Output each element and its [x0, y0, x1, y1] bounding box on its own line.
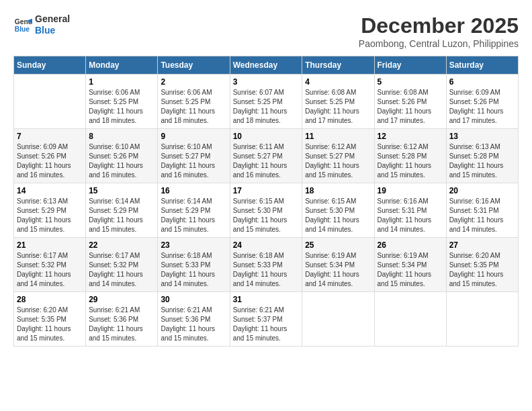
- day-number: 23: [161, 240, 226, 250]
- day-info: Sunrise: 6:11 AMSunset: 5:27 PMDaylight:…: [233, 142, 300, 180]
- logo-line2: Blue: [35, 25, 70, 36]
- weekday-header-monday: Monday: [86, 56, 158, 75]
- day-info: Sunrise: 6:13 AMSunset: 5:29 PMDaylight:…: [17, 197, 83, 234]
- day-info: Sunrise: 6:20 AMSunset: 5:35 PMDaylight:…: [449, 251, 515, 289]
- day-number: 19: [378, 186, 443, 195]
- day-info: Sunrise: 6:08 AMSunset: 5:25 PMDaylight:…: [305, 88, 371, 126]
- calendar-cell: 7Sunrise: 6:09 AMSunset: 5:26 PMDaylight…: [14, 129, 86, 183]
- day-info: Sunrise: 6:17 AMSunset: 5:32 PMDaylight:…: [17, 251, 83, 289]
- calendar-cell: 26Sunrise: 6:19 AMSunset: 5:34 PMDayligh…: [374, 238, 446, 292]
- logo-icon: General Blue: [13, 15, 32, 34]
- calendar-cell: 16Sunrise: 6:14 AMSunset: 5:29 PMDayligh…: [158, 183, 230, 238]
- day-info: Sunrise: 6:13 AMSunset: 5:28 PMDaylight:…: [449, 142, 515, 180]
- day-number: 3: [233, 77, 300, 87]
- calendar-cell: 22Sunrise: 6:17 AMSunset: 5:32 PMDayligh…: [86, 238, 158, 292]
- day-info: Sunrise: 6:21 AMSunset: 5:37 PMDaylight:…: [233, 306, 300, 343]
- day-info: Sunrise: 6:17 AMSunset: 5:32 PMDaylight:…: [89, 251, 154, 289]
- day-number: 20: [449, 186, 515, 195]
- calendar-cell: 10Sunrise: 6:11 AMSunset: 5:27 PMDayligh…: [230, 129, 302, 183]
- calendar-cell: [446, 292, 518, 347]
- month-title: December 2025: [359, 13, 519, 38]
- calendar-cell: 9Sunrise: 6:10 AMSunset: 5:27 PMDaylight…: [158, 129, 230, 183]
- day-info: Sunrise: 6:16 AMSunset: 5:31 PMDaylight:…: [378, 197, 443, 234]
- day-number: 31: [233, 295, 300, 304]
- calendar-cell: 24Sunrise: 6:18 AMSunset: 5:33 PMDayligh…: [230, 238, 302, 292]
- calendar-cell: 12Sunrise: 6:12 AMSunset: 5:28 PMDayligh…: [374, 129, 446, 183]
- calendar-cell: 3Sunrise: 6:07 AMSunset: 5:25 PMDaylight…: [230, 75, 302, 129]
- day-number: 25: [305, 240, 371, 250]
- calendar-cell: 28Sunrise: 6:20 AMSunset: 5:35 PMDayligh…: [14, 292, 86, 347]
- day-number: 11: [305, 132, 371, 141]
- day-number: 12: [378, 132, 443, 141]
- calendar-week-1: 1Sunrise: 6:06 AMSunset: 5:25 PMDaylight…: [14, 75, 519, 129]
- calendar-cell: 17Sunrise: 6:15 AMSunset: 5:30 PMDayligh…: [230, 183, 302, 238]
- calendar-cell: 11Sunrise: 6:12 AMSunset: 5:27 PMDayligh…: [302, 129, 374, 183]
- day-number: 21: [17, 240, 83, 250]
- day-number: 17: [233, 186, 300, 195]
- calendar-week-2: 7Sunrise: 6:09 AMSunset: 5:26 PMDaylight…: [14, 129, 519, 183]
- day-number: 18: [305, 186, 371, 195]
- day-info: Sunrise: 6:21 AMSunset: 5:36 PMDaylight:…: [161, 306, 226, 343]
- day-info: Sunrise: 6:08 AMSunset: 5:26 PMDaylight:…: [378, 88, 443, 126]
- location: Paombong, Central Luzon, Philippines: [359, 38, 519, 49]
- calendar-cell: 29Sunrise: 6:21 AMSunset: 5:36 PMDayligh…: [86, 292, 158, 347]
- calendar-cell: 8Sunrise: 6:10 AMSunset: 5:26 PMDaylight…: [86, 129, 158, 183]
- svg-text:Blue: Blue: [15, 26, 30, 33]
- weekday-header-thursday: Thursday: [302, 56, 374, 75]
- calendar-cell: 18Sunrise: 6:15 AMSunset: 5:30 PMDayligh…: [302, 183, 374, 238]
- weekday-header-friday: Friday: [374, 56, 446, 75]
- calendar-cell: [302, 292, 374, 347]
- calendar-week-3: 14Sunrise: 6:13 AMSunset: 5:29 PMDayligh…: [14, 183, 519, 238]
- day-number: 8: [89, 132, 154, 141]
- day-info: Sunrise: 6:09 AMSunset: 5:26 PMDaylight:…: [449, 88, 515, 126]
- logo: General Blue General Blue: [13, 13, 70, 36]
- calendar-cell: 4Sunrise: 6:08 AMSunset: 5:25 PMDaylight…: [302, 75, 374, 129]
- day-info: Sunrise: 6:21 AMSunset: 5:36 PMDaylight:…: [89, 306, 154, 343]
- day-info: Sunrise: 6:06 AMSunset: 5:25 PMDaylight:…: [161, 88, 226, 126]
- day-number: 28: [17, 295, 83, 304]
- calendar-body: 1Sunrise: 6:06 AMSunset: 5:25 PMDaylight…: [14, 75, 519, 347]
- calendar-cell: 25Sunrise: 6:19 AMSunset: 5:34 PMDayligh…: [302, 238, 374, 292]
- calendar-cell: 5Sunrise: 6:08 AMSunset: 5:26 PMDaylight…: [374, 75, 446, 129]
- day-info: Sunrise: 6:09 AMSunset: 5:26 PMDaylight:…: [17, 142, 83, 180]
- day-info: Sunrise: 6:12 AMSunset: 5:27 PMDaylight:…: [305, 142, 371, 180]
- calendar-cell: 1Sunrise: 6:06 AMSunset: 5:25 PMDaylight…: [86, 75, 158, 129]
- calendar-cell: 23Sunrise: 6:18 AMSunset: 5:33 PMDayligh…: [158, 238, 230, 292]
- calendar-cell: 6Sunrise: 6:09 AMSunset: 5:26 PMDaylight…: [446, 75, 518, 129]
- weekday-header-saturday: Saturday: [446, 56, 518, 75]
- calendar-cell: 13Sunrise: 6:13 AMSunset: 5:28 PMDayligh…: [446, 129, 518, 183]
- day-number: 6: [449, 77, 515, 87]
- day-info: Sunrise: 6:15 AMSunset: 5:30 PMDaylight:…: [233, 197, 300, 234]
- day-info: Sunrise: 6:07 AMSunset: 5:25 PMDaylight:…: [233, 88, 300, 126]
- day-info: Sunrise: 6:10 AMSunset: 5:26 PMDaylight:…: [89, 142, 154, 180]
- calendar-cell: [374, 292, 446, 347]
- day-info: Sunrise: 6:14 AMSunset: 5:29 PMDaylight:…: [161, 197, 226, 234]
- logo-line1: General: [35, 13, 70, 25]
- day-info: Sunrise: 6:18 AMSunset: 5:33 PMDaylight:…: [233, 251, 300, 289]
- day-number: 27: [449, 240, 515, 250]
- day-info: Sunrise: 6:15 AMSunset: 5:30 PMDaylight:…: [305, 197, 371, 234]
- weekday-header-row: SundayMondayTuesdayWednesdayThursdayFrid…: [14, 56, 519, 75]
- day-number: 10: [233, 132, 300, 141]
- calendar-cell: 31Sunrise: 6:21 AMSunset: 5:37 PMDayligh…: [230, 292, 302, 347]
- day-number: 22: [89, 240, 154, 250]
- calendar-week-4: 21Sunrise: 6:17 AMSunset: 5:32 PMDayligh…: [14, 238, 519, 292]
- day-number: 4: [305, 77, 371, 87]
- calendar-cell: [14, 75, 86, 129]
- day-number: 2: [161, 77, 226, 87]
- weekday-header-wednesday: Wednesday: [230, 56, 302, 75]
- day-number: 13: [449, 132, 515, 141]
- day-info: Sunrise: 6:10 AMSunset: 5:27 PMDaylight:…: [161, 142, 226, 180]
- calendar-week-5: 28Sunrise: 6:20 AMSunset: 5:35 PMDayligh…: [14, 292, 519, 347]
- calendar-cell: 30Sunrise: 6:21 AMSunset: 5:36 PMDayligh…: [158, 292, 230, 347]
- day-info: Sunrise: 6:12 AMSunset: 5:28 PMDaylight:…: [378, 142, 443, 180]
- calendar-table: SundayMondayTuesdayWednesdayThursdayFrid…: [13, 56, 519, 347]
- day-info: Sunrise: 6:19 AMSunset: 5:34 PMDaylight:…: [378, 251, 443, 289]
- day-number: 30: [161, 295, 226, 304]
- day-number: 29: [89, 295, 154, 304]
- calendar-cell: 2Sunrise: 6:06 AMSunset: 5:25 PMDaylight…: [158, 75, 230, 129]
- calendar-cell: 15Sunrise: 6:14 AMSunset: 5:29 PMDayligh…: [86, 183, 158, 238]
- day-number: 14: [17, 186, 83, 195]
- calendar-cell: 21Sunrise: 6:17 AMSunset: 5:32 PMDayligh…: [14, 238, 86, 292]
- day-info: Sunrise: 6:16 AMSunset: 5:31 PMDaylight:…: [449, 197, 515, 234]
